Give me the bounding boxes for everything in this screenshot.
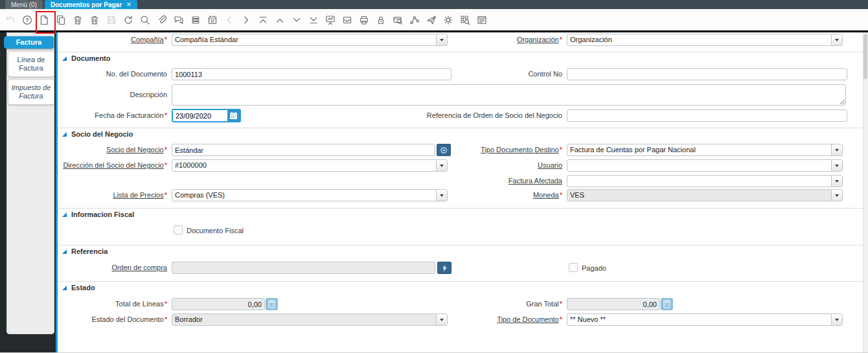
svg-text:?: ? [25,17,29,23]
section-socio-header[interactable]: Socio del Negocio [62,130,133,138]
estado-documento-label: Estado del Documento* [57,315,167,323]
sidebar-tab-factura-label: Factura [16,38,42,47]
factura-afectada-value [567,176,831,187]
direccion-socio-label: Dirección del Socio del Negocio* [57,161,167,169]
qr-scan-icon[interactable] [459,13,471,27]
sidebar-tab-impuesto-de-factura[interactable]: Impuesto de Factura [8,79,54,105]
orden-compra-zoom-button[interactable] [437,262,451,274]
attachment-icon[interactable] [155,13,168,27]
calendar-icon [229,111,238,120]
section-estado-header[interactable]: Estado [62,284,95,291]
settings-icon[interactable] [442,13,454,27]
calculator-icon [663,300,670,308]
moneda-label: Moneda* [389,191,562,199]
grid-toggle-icon[interactable] [189,13,201,27]
chevron-right-icon[interactable] [240,13,252,27]
section-divider [58,281,863,282]
moneda-value: VES [567,190,831,201]
help-icon[interactable]: ? [21,13,33,27]
total-lineas-calc-button[interactable] [266,298,278,310]
documento-fiscal-label: Documento Fiscal [187,227,244,234]
factura-afectada-select[interactable] [567,175,843,187]
section-divider [58,52,863,52]
total-lineas-label: Total de Líneas* [57,300,167,308]
section-divider [58,208,863,209]
copy-record-icon[interactable] [54,13,67,27]
chevron-down-icon[interactable] [831,144,842,155]
delete-selection-icon[interactable] [88,13,100,27]
section-collapse-icon [62,286,67,290]
usuario-select[interactable] [567,159,843,172]
moneda-select[interactable]: VES [567,189,843,201]
tipo-documento-select[interactable]: ** Nuevo ** [567,313,843,326]
pagado-label: Pagado [582,264,606,272]
close-icon[interactable]: ✕ [126,1,131,8]
vertical-scrollbar[interactable] [863,32,868,353]
gran-total-calc-button[interactable] [661,298,673,310]
total-lineas-input[interactable] [172,298,265,310]
sidebar-tab-impuesto-label: Impuesto de Factura [8,84,54,100]
gran-total-input[interactable] [567,298,660,310]
archive-icon[interactable] [341,13,353,27]
pagado-checkbox[interactable] [569,263,578,272]
calendar-icon[interactable]: 31 [206,13,218,27]
orden-compra-input[interactable] [172,262,435,274]
organizacion-select[interactable]: Organización [567,34,843,46]
sidebar-tab-factura[interactable]: Factura [4,36,54,49]
chevron-down-icon[interactable] [831,314,842,325]
fecha-facturacion-input[interactable] [173,110,227,121]
documento-fiscal-checkbox[interactable] [174,225,183,234]
section-referencia-header[interactable]: Referencia [62,247,108,255]
move-down-icon[interactable] [290,13,303,27]
refresh-icon[interactable] [122,13,134,27]
tipo-doc-destino-select[interactable]: Factura de Cuentas por Pagar Nacional [567,144,843,156]
section-documento-header[interactable]: Documento [62,54,111,62]
sidebar-tab-linea-label: Línea de Factura [8,56,54,73]
last-record-icon[interactable] [307,13,319,27]
descripcion-textarea[interactable] [172,84,846,106]
tab-menu[interactable]: Menú (0) [5,0,43,9]
sidebar-tab-linea-de-factura[interactable]: Línea de Factura [8,51,54,77]
factura-afectada-label: Factura Afectada [389,177,562,185]
window-report-icon[interactable] [475,13,488,27]
section-divider [58,128,863,128]
print-preview-icon[interactable] [391,13,404,27]
tab-documentos-por-pagar[interactable]: Documentos por Pagar ✕ [45,0,137,9]
control-no-input[interactable] [567,68,847,80]
tipo-doc-destino-value: Factura de Cuentas por Pagar Nacional [567,144,831,155]
first-record-icon[interactable] [257,13,269,27]
fecha-facturacion-field [172,109,241,122]
section-info-fiscal-header[interactable]: Informacion Fiscal [62,211,134,218]
find-icon[interactable] [139,13,151,27]
referencia-orden-input[interactable] [567,109,847,122]
scrollbar-thumb[interactable] [863,34,867,79]
tipo-documento-value: ** Nuevo ** [567,314,831,325]
bolt-icon [441,264,448,272]
send-icon[interactable] [425,13,437,27]
section-collapse-icon [62,249,67,254]
calendar-button[interactable] [227,110,240,121]
chevron-left-icon [223,13,235,27]
workflow-icon[interactable] [408,13,420,27]
usuario-label: Usuario [389,161,562,169]
sidebar-divider [56,32,58,353]
move-up-icon[interactable] [273,13,286,27]
save-icon [105,13,117,27]
chevron-down-icon[interactable] [831,34,842,45]
chevron-down-icon[interactable] [831,190,842,201]
delete-record-icon[interactable] [71,13,84,27]
lock-icon[interactable] [374,13,387,27]
section-referencia-title: Referencia [71,247,108,255]
tipo-doc-destino-label: Tipo Documento Destino* [389,146,562,154]
svg-text:31: 31 [210,19,214,23]
toolbar: ?31 [0,9,868,32]
report-icon[interactable] [324,13,336,27]
tipo-documento-label: Tipo de Documento* [389,315,562,323]
section-info-fiscal-title: Informacion Fiscal [71,211,134,218]
chevron-down-icon[interactable] [831,160,842,171]
print-icon[interactable] [358,13,370,27]
chevron-down-icon[interactable] [831,176,842,187]
organizacion-value: Organización [567,34,831,45]
section-collapse-icon [62,212,67,217]
chat-icon[interactable] [172,13,185,27]
